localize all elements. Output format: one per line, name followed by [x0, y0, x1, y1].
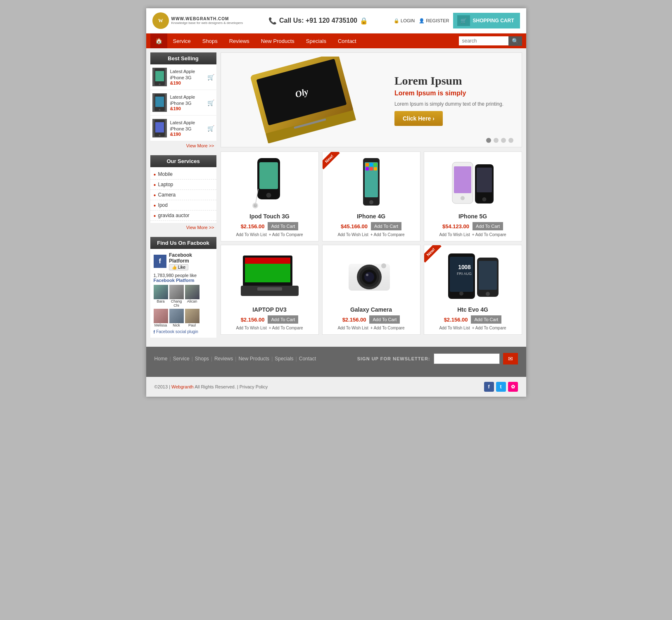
view-more-services[interactable]: View More >>	[150, 223, 216, 232]
service-camera[interactable]: ● Camera	[150, 190, 216, 200]
product-name-2: Latest Apple iPhone 3G	[170, 94, 204, 106]
ipod-wish-link[interactable]: Add To Wish List	[236, 232, 266, 237]
iphone5-add-to-cart[interactable]: Add To Cart	[473, 222, 503, 230]
header-right: 🔒 LOGIN 👤 REGISTER 🛒 SHOPPING CART	[394, 13, 520, 28]
hero-dot-3[interactable]	[501, 138, 506, 143]
iphone4-compare-link[interactable]: + Add To Compare	[370, 232, 405, 237]
service-gravida[interactable]: ● gravida auctor	[150, 211, 216, 221]
camera-add-to-cart[interactable]: Add To Cart	[369, 315, 400, 324]
cart-icon-1[interactable]: 🛒	[207, 74, 214, 80]
svg-rect-33	[454, 166, 471, 193]
svg-text:10: 10	[458, 264, 465, 270]
facebook-social-link[interactable]: f	[484, 382, 494, 392]
best-selling-title: Best Selling	[150, 52, 216, 64]
fb-like-button[interactable]: 👍 Like	[169, 264, 188, 270]
fb-platform-name: Facebook Platform	[169, 252, 213, 264]
view-more-best[interactable]: View More >>	[150, 141, 216, 150]
hero-text-area: Lorem Ipsum Lorem Ipsum is simply Lorem …	[386, 66, 522, 134]
camera-wish-link[interactable]: Add To Wish List	[337, 326, 368, 330]
iphone4-add-to-cart[interactable]: Add To Cart	[371, 222, 401, 230]
header: W WWW.WEBGRANTH.COM Knowledge base for w…	[146, 8, 526, 33]
svg-point-31	[369, 200, 373, 204]
svg-rect-6	[155, 97, 164, 107]
webgranth-link[interactable]: Webgranth	[171, 384, 194, 389]
laptop-compare-link[interactable]: + Add To Compare	[269, 326, 303, 330]
search-input[interactable]	[459, 36, 508, 45]
service-laptop[interactable]: ● Laptop	[150, 180, 216, 190]
svg-point-49	[366, 274, 368, 276]
hero-subtitle: Lorem Ipsum is simply	[394, 90, 513, 97]
iphone4-name: IPhone 4G	[327, 213, 416, 220]
hero-dot-2[interactable]	[494, 138, 499, 143]
best-selling-item-1: Latest Apple iPhone 3G &190 🛒	[150, 64, 216, 90]
camera-image	[327, 249, 416, 303]
svg-point-19	[266, 193, 271, 198]
iphone4-wish-link[interactable]: Add To Wish List	[337, 232, 368, 237]
nav-contact[interactable]: Contact	[332, 34, 362, 48]
svg-rect-30	[374, 167, 377, 170]
footer-new-products[interactable]: New Products	[238, 356, 269, 362]
fb-user-changchi: Chang Chi	[169, 299, 184, 308]
hero-banner: Oly	[221, 52, 522, 147]
htc-compare-link[interactable]: + Add To Compare	[472, 326, 506, 330]
svg-rect-58	[479, 261, 497, 290]
fb-social-plugin: f Facebook social plugin	[154, 329, 213, 334]
hero-title: Lorem Ipsum	[394, 74, 513, 88]
ipod-add-to-cart[interactable]: Add To Cart	[268, 222, 298, 230]
hero-description: Lorem Ipsum is simply dummy text of the …	[394, 100, 513, 108]
site-name: WWW.WEBGRANTH.COM	[171, 17, 243, 21]
svg-rect-25	[366, 163, 369, 166]
login-link[interactable]: 🔒 LOGIN	[394, 18, 415, 24]
logo-icon: W	[152, 12, 169, 29]
phone-icon: 📞	[268, 17, 277, 25]
footer-reviews[interactable]: Reviews	[214, 356, 233, 362]
newsletter-submit[interactable]: ✉	[503, 353, 518, 364]
svg-point-59	[486, 292, 490, 296]
login-icon: 🔒	[394, 18, 399, 24]
htc-add-to-cart[interactable]: Add To Cart	[471, 315, 501, 324]
nav-search: 🔍	[459, 36, 522, 46]
lock-icon: 🔒	[360, 17, 368, 25]
svg-text:FRI AUG: FRI AUG	[456, 272, 471, 276]
flickr-social-link[interactable]: ✿	[508, 382, 518, 392]
nav-specials[interactable]: Specials	[300, 34, 332, 48]
fb-avatar-changchi	[169, 285, 184, 299]
cart-icon-3[interactable]: 🛒	[207, 125, 214, 132]
nav-new-products[interactable]: New Products	[255, 34, 300, 48]
hero-cta-button[interactable]: Click Here ›	[394, 111, 443, 126]
ipod-compare-link[interactable]: + Add To Compare	[269, 232, 303, 237]
nav-reviews[interactable]: Reviews	[223, 34, 255, 48]
service-ipod[interactable]: ● Ipod	[150, 200, 216, 211]
laptop-wish-link[interactable]: Add To Wish List	[236, 326, 266, 330]
svg-rect-29	[370, 167, 373, 170]
hero-dot-1[interactable]	[486, 138, 491, 143]
fb-avatar-row-2: Melissa Nick Paul	[154, 309, 213, 327]
footer-service[interactable]: Service	[173, 356, 190, 362]
twitter-social-link[interactable]: t	[496, 382, 506, 392]
footer-specials[interactable]: Specials	[275, 356, 293, 362]
nav-home[interactable]: 🏠	[150, 33, 167, 48]
footer-home[interactable]: Home	[154, 356, 168, 362]
footer-contact[interactable]: Contact	[299, 356, 316, 362]
nav-service[interactable]: Service	[167, 34, 197, 48]
service-mobile[interactable]: ● Mobile	[150, 169, 216, 180]
iphone5-wish-link[interactable]: Add To Wish List	[439, 232, 470, 237]
product-price-3: &190	[170, 132, 204, 137]
hero-dot-4[interactable]	[508, 138, 513, 143]
product-info-2: Latest Apple iPhone 3G &190	[170, 94, 204, 111]
footer-shops[interactable]: Shops	[195, 356, 209, 362]
best-selling-section: Best Selling Latest Apple iPhone 3G &190…	[150, 52, 216, 150]
cart-button[interactable]: 🛒 SHOPPING CART	[453, 13, 520, 28]
htc-wish-link[interactable]: Add To Wish List	[439, 326, 470, 330]
fb-small-icon: f	[154, 329, 155, 334]
search-button[interactable]: 🔍	[508, 36, 522, 46]
cart-icon-2[interactable]: 🛒	[207, 99, 214, 106]
nav-shops[interactable]: Shops	[197, 34, 223, 48]
iphone5-compare-link[interactable]: + Add To Compare	[472, 232, 506, 237]
laptop-add-to-cart[interactable]: Add To Cart	[268, 315, 298, 324]
laptop-image	[225, 249, 314, 303]
newsletter-input[interactable]	[434, 353, 500, 364]
camera-compare-link[interactable]: + Add To Compare	[370, 326, 405, 330]
register-link[interactable]: 👤 REGISTER	[419, 18, 449, 24]
content-area: Oly	[221, 52, 522, 343]
